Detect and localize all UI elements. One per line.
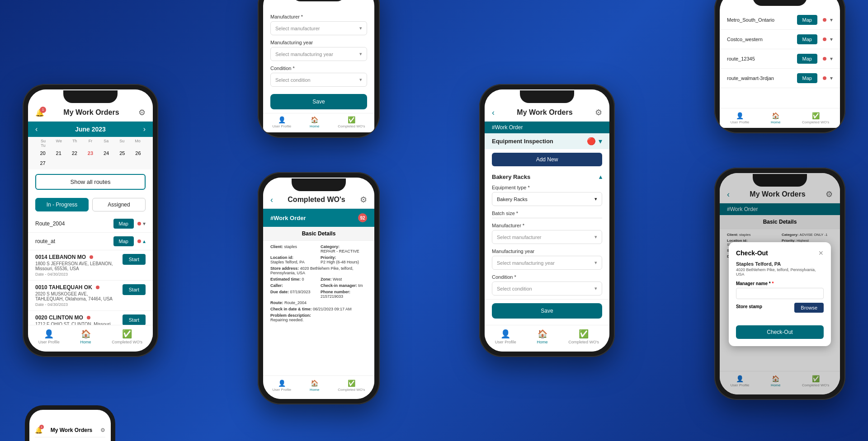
notification-bell-icon[interactable]: 🔔 1 [35, 108, 44, 117]
map-button[interactable]: Map [797, 73, 817, 83]
close-icon[interactable]: ✕ [818, 249, 824, 257]
check-circle-icon: ✅ [812, 112, 820, 119]
equipment-type-select[interactable]: Bakery Racks ▾ [492, 192, 602, 206]
phone-notch [292, 178, 346, 191]
page-title: My Work Orders [495, 108, 595, 117]
phone-equipment-inspection: ‹ My Work Orders ⚙ #Work Order Equipment… [479, 84, 615, 357]
status-dot [137, 222, 141, 225]
tab-assigned[interactable]: Assigned [92, 198, 146, 211]
checkout-submit-button[interactable]: Check-Out [736, 325, 824, 339]
route-row: Costco_western Map ▾ [720, 30, 840, 49]
save-button[interactable]: Save [492, 303, 602, 319]
tab-in-progress[interactable]: In - Progress [35, 198, 89, 211]
manufacturing-year-select[interactable]: Select manufacturing year ▾ [270, 47, 367, 61]
calendar-day[interactable]: 26 [131, 149, 146, 158]
calendar-month-label: June 2023 [75, 126, 106, 133]
map-button[interactable]: Map [797, 54, 817, 64]
phone-notch [63, 90, 118, 103]
settings-icon[interactable]: ⚙ [100, 427, 105, 433]
chevron-down-icon[interactable]: ▾ [830, 36, 833, 42]
phone-partial-bottom: 🔔 1 My Work Orders ⚙ [25, 405, 115, 441]
page-title: My Work Orders [44, 108, 138, 117]
calendar-days-header: Su We Th Fr Sa Su Mo Tu [35, 139, 146, 148]
work-order-header: #Work Order [485, 122, 609, 133]
start-button[interactable]: Start [123, 254, 146, 265]
start-button[interactable]: Start [123, 284, 146, 295]
condition-select[interactable]: Select condition ▾ [270, 73, 367, 87]
chevron-down-icon[interactable]: ▾ [599, 137, 602, 145]
save-button[interactable]: Save [270, 94, 367, 109]
dropdown-icon: ▾ [359, 25, 362, 31]
nav-home[interactable]: 🏠 Home [771, 112, 780, 124]
calendar-day[interactable]: 22 [67, 149, 82, 158]
chevron-up-icon[interactable]: ▴ [143, 238, 146, 244]
phone-equipment-form: Manufacturer * Select manufacturer ▾ Man… [258, 0, 380, 138]
user-icon: 👤 [736, 112, 744, 119]
phone-my-work-orders: 🔔 1 My Work Orders ⚙ ‹ June 2023 › Su We… [23, 84, 158, 357]
map-button[interactable]: Map [113, 219, 134, 229]
phone-notch [753, 0, 807, 6]
calendar-day[interactable]: 20 [35, 149, 50, 158]
add-new-button[interactable]: Add New [492, 153, 602, 166]
route-row: Metro_South_Ontario Map ▾ [720, 10, 840, 30]
settings-icon[interactable]: ⚙ [138, 108, 146, 117]
nav-home[interactable]: 🏠 Home [537, 329, 548, 344]
notification-badge: 1 [39, 425, 44, 429]
settings-icon[interactable]: ⚙ [360, 195, 367, 205]
status-dot [87, 316, 90, 319]
manufacturing-year-select[interactable]: Select manufacturing year ▾ [492, 256, 602, 270]
calendar-day[interactable]: 27 [35, 159, 50, 168]
nav-completed-wo[interactable]: ✅ Completed WO's [568, 329, 599, 344]
map-button[interactable]: Map [797, 15, 817, 25]
route-row: route_12345 Map ▾ [720, 49, 840, 69]
dropdown-icon: ▾ [594, 234, 597, 240]
nav-user-profile[interactable]: 👤 User Profile [495, 329, 516, 344]
chevron-down-icon[interactable]: ▾ [830, 17, 833, 23]
home-icon: 🏠 [311, 380, 318, 387]
status-dot [823, 76, 826, 80]
chevron-down-icon[interactable]: ▾ [830, 56, 833, 62]
calendar-day[interactable]: 21 [51, 149, 66, 158]
phone-notch [520, 90, 574, 103]
nav-home[interactable]: 🏠 Home [80, 329, 91, 344]
settings-icon[interactable]: ⚙ [595, 108, 602, 117]
nav-user-profile[interactable]: 👤 User Profile [38, 329, 60, 344]
route-actions: Map ▾ [797, 34, 833, 44]
nav-user-profile[interactable]: 👤 User Profile [272, 116, 291, 128]
map-button[interactable]: Map [797, 34, 817, 44]
nav-completed-wo[interactable]: ✅ Completed WO's [338, 116, 365, 128]
manufacturer-select[interactable]: Select manufacturer ▾ [270, 21, 367, 35]
calendar-day[interactable]: 25 [115, 149, 130, 158]
dropdown-icon: ▾ [359, 51, 362, 57]
chevron-down-icon[interactable]: ▾ [830, 75, 833, 81]
store-stamp-label: Store stamp [736, 304, 762, 309]
manufacturer-select[interactable]: Select manufacturer ▾ [492, 230, 602, 244]
nav-user-profile[interactable]: 👤 User Profile [272, 380, 291, 392]
home-icon: 🏠 [311, 116, 318, 123]
check-circle-icon: ✅ [579, 329, 589, 339]
chevron-down-icon[interactable]: ▾ [143, 220, 146, 227]
start-button[interactable]: Start [123, 314, 146, 325]
nav-completed-wo[interactable]: ✅ Completed WO's [112, 329, 142, 344]
browse-button[interactable]: Browse [794, 303, 824, 313]
calendar-day[interactable]: 24 [99, 149, 114, 158]
wo-name: 0020 CLINTON MO [35, 314, 112, 321]
map-button[interactable]: Map [113, 236, 134, 246]
calendar-day-today[interactable]: 23 [83, 149, 98, 158]
route-name: Costco_western [727, 37, 763, 42]
nav-completed-wo[interactable]: ✅ Completed WO's [338, 380, 365, 392]
calendar-prev-icon[interactable]: ‹ [35, 125, 38, 133]
nav-user-profile[interactable]: 👤 User Profile [731, 112, 750, 124]
show-all-routes-button[interactable]: Show all routes [35, 174, 146, 190]
condition-select[interactable]: Select condition ▾ [492, 281, 602, 296]
dropdown-icon: ▾ [594, 196, 597, 202]
nav-home[interactable]: 🏠 Home [310, 116, 319, 128]
calendar-next-icon[interactable]: › [143, 125, 146, 133]
nav-completed-wo[interactable]: ✅ Completed WO's [802, 112, 829, 124]
chevron-up-icon[interactable]: ▴ [599, 174, 602, 180]
nav-home[interactable]: 🏠 Home [310, 380, 319, 392]
routes-list: Metro_South_Ontario Map ▾ Costco_western… [720, 10, 840, 88]
phone-completed-wo: ‹ Completed WO's ⚙ #Work Order 92 Basic … [258, 172, 380, 404]
manager-name-input[interactable] [736, 288, 824, 299]
wo-date: Date - 04/30/2023 [35, 302, 113, 307]
